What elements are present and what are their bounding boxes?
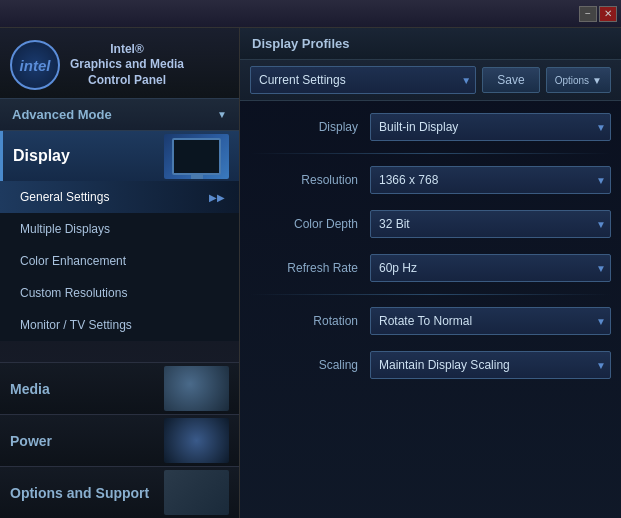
logo-area: intel Intel® Graphics and Media Control … [0, 28, 239, 98]
advanced-mode-dropdown[interactable]: Advanced Mode ▼ [0, 98, 239, 131]
rotation-setting-label: Rotation [250, 314, 370, 328]
refresh-rate-control: 60p Hz60i Hz ▼ [370, 254, 611, 282]
rotation-control: Rotate To NormalRotate 90°Rotate 180°Rot… [370, 307, 611, 335]
profile-select[interactable]: Current Settings [251, 67, 475, 93]
power-label: Power [10, 433, 52, 449]
chevron-right-icon: ▶▶ [209, 192, 225, 203]
profile-select-wrapper: Current Settings ▼ [250, 66, 476, 94]
sidebar-item-monitor-tv[interactable]: Monitor / TV Settings [0, 309, 239, 341]
profile-bar: Current Settings ▼ Save Options ▼ [240, 60, 621, 101]
sidebar-item-media[interactable]: Media [0, 362, 239, 414]
close-button[interactable]: ✕ [599, 6, 617, 22]
setting-row-resolution: Resolution 1366 x 7681280 x 7201024 x 76… [250, 162, 611, 198]
rotation-select[interactable]: Rotate To NormalRotate 90°Rotate 180°Rot… [371, 308, 610, 334]
divider-1 [250, 153, 611, 154]
sidebar-item-power[interactable]: Power [0, 414, 239, 466]
general-settings-label: General Settings [20, 190, 109, 204]
intel-logo: intel [10, 40, 60, 90]
refresh-rate-setting-label: Refresh Rate [250, 261, 370, 275]
sidebar-item-display-label: Display [13, 147, 70, 165]
intel-logo-text: intel [20, 57, 51, 74]
power-thumbnail [164, 418, 229, 463]
setting-row-scaling: Scaling Maintain Display ScalingScale Fu… [250, 347, 611, 383]
multiple-displays-label: Multiple Displays [20, 222, 110, 236]
settings-content: Display Built-in DisplayExternal Display… [250, 109, 611, 383]
content-area: Display Profiles Current Settings ▼ Save… [240, 28, 621, 518]
sidebar-item-custom-resolutions[interactable]: Custom Resolutions [0, 277, 239, 309]
custom-resolutions-label: Custom Resolutions [20, 286, 127, 300]
monitor-tv-label: Monitor / TV Settings [20, 318, 132, 332]
advanced-mode-label: Advanced Mode [12, 107, 112, 122]
panel-title: Intel® Graphics and Media Control Panel [70, 42, 184, 89]
sub-navigation: General Settings ▶▶ Multiple Displays Co… [0, 181, 239, 362]
resolution-setting-label: Resolution [250, 173, 370, 187]
sidebar-item-multiple-displays[interactable]: Multiple Displays [0, 213, 239, 245]
divider-2 [250, 294, 611, 295]
refresh-rate-select[interactable]: 60p Hz60i Hz [371, 255, 610, 281]
options-dropdown-button[interactable]: Options ▼ [546, 67, 611, 93]
options-thumbnail [164, 470, 229, 515]
display-control: Built-in DisplayExternal Display ▼ [370, 113, 611, 141]
color-enhancement-label: Color Enhancement [20, 254, 126, 268]
scaling-control: Maintain Display ScalingScale Full Scree… [370, 351, 611, 379]
sidebar-item-options[interactable]: Options and Support [0, 466, 239, 518]
sidebar: intel Intel® Graphics and Media Control … [0, 28, 240, 518]
sidebar-item-display[interactable]: Display [0, 131, 239, 181]
options-chevron-icon: ▼ [592, 75, 602, 86]
options-label: Options and Support [10, 485, 149, 501]
display-select[interactable]: Built-in DisplayExternal Display [371, 114, 610, 140]
section-title: Display Profiles [252, 36, 609, 51]
media-label: Media [10, 381, 50, 397]
scaling-setting-label: Scaling [250, 358, 370, 372]
main-container: intel Intel® Graphics and Media Control … [0, 28, 621, 518]
content-header: Display Profiles [240, 28, 621, 60]
save-button[interactable]: Save [482, 67, 539, 93]
title-bar: − ✕ [0, 0, 621, 28]
sidebar-item-color-enhancement[interactable]: Color Enhancement [0, 245, 239, 277]
media-thumbnail [164, 366, 229, 411]
scaling-select[interactable]: Maintain Display ScalingScale Full Scree… [371, 352, 610, 378]
settings-area: Display Built-in DisplayExternal Display… [240, 101, 621, 518]
minimize-button[interactable]: − [579, 6, 597, 22]
sidebar-item-general-settings[interactable]: General Settings ▶▶ [0, 181, 239, 213]
chevron-down-icon: ▼ [217, 109, 227, 120]
setting-row-refresh-rate: Refresh Rate 60p Hz60i Hz ▼ [250, 250, 611, 286]
setting-row-rotation: Rotation Rotate To NormalRotate 90°Rotat… [250, 303, 611, 339]
setting-row-display: Display Built-in DisplayExternal Display… [250, 109, 611, 145]
display-thumbnail [164, 134, 229, 179]
color-depth-setting-label: Color Depth [250, 217, 370, 231]
resolution-select[interactable]: 1366 x 7681280 x 7201024 x 768 [371, 167, 610, 193]
resolution-control: 1366 x 7681280 x 7201024 x 768 ▼ [370, 166, 611, 194]
display-setting-label: Display [250, 120, 370, 134]
color-depth-control: 32 Bit16 Bit ▼ [370, 210, 611, 238]
color-depth-select[interactable]: 32 Bit16 Bit [371, 211, 610, 237]
setting-row-color-depth: Color Depth 32 Bit16 Bit ▼ [250, 206, 611, 242]
